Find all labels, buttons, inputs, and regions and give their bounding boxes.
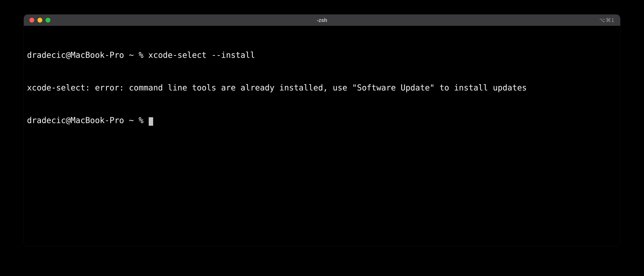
window-titlebar[interactable]: -zsh ⌥⌘1 <box>24 14 620 26</box>
shell-prompt: dradecic@MacBook-Pro ~ % <box>27 50 148 60</box>
window-title: -zsh <box>317 17 327 23</box>
shell-command: xcode-select --install <box>148 50 255 60</box>
terminal-line: dradecic@MacBook-Pro ~ % xcode-select --… <box>27 50 617 60</box>
terminal-line: xcode-select: error: command line tools … <box>27 82 617 93</box>
shell-prompt: dradecic@MacBook-Pro ~ % <box>27 116 148 125</box>
minimize-button[interactable] <box>38 18 42 22</box>
terminal-window: -zsh ⌥⌘1 dradecic@MacBook-Pro ~ % xcode-… <box>24 14 620 246</box>
zoom-button[interactable] <box>46 18 50 22</box>
shell-output: xcode-select: error: command line tools … <box>27 83 527 92</box>
tab-shortcut-indicator: ⌥⌘1 <box>599 17 614 23</box>
terminal-line: dradecic@MacBook-Pro ~ % <box>27 115 617 126</box>
close-button[interactable] <box>30 18 34 22</box>
terminal-body[interactable]: dradecic@MacBook-Pro ~ % xcode-select --… <box>24 26 620 246</box>
cursor-icon <box>149 117 153 126</box>
traffic-lights <box>30 18 50 22</box>
